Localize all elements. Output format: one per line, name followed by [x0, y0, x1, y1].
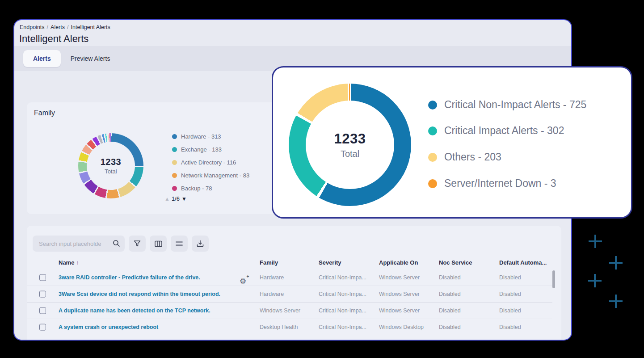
pager-down-icon[interactable]: ▼ [181, 196, 187, 202]
plus-icon [609, 295, 623, 308]
legend-pager: ▲ 1/6 ▼ [164, 195, 187, 202]
legend-item[interactable]: Exchange - 133 [172, 143, 249, 156]
legend-item[interactable]: Critical Non-Impact Alerts - 725 [428, 99, 586, 111]
legend-label: Server/Internet Down - 3 [444, 177, 556, 190]
legend-dot [428, 179, 437, 188]
search-field-wrap [33, 236, 125, 252]
plus-icon [589, 235, 602, 248]
filter-icon [134, 240, 141, 247]
cell-applicable-on: Windows Server [379, 307, 420, 314]
cell-applicable-on: Windows Server [379, 274, 420, 281]
breadcrumb-separator: / [67, 24, 68, 30]
filter-button[interactable] [129, 236, 146, 252]
legend-label: Network Management - 83 [181, 172, 249, 179]
legend-item[interactable]: Hardware - 313 [172, 130, 249, 143]
plus-icon [588, 274, 602, 287]
legend-label: Others - 203 [444, 151, 501, 163]
alert-name-link[interactable]: A duplicate name has been detected on th… [59, 307, 210, 314]
family-donut-center: 1233 Total [87, 142, 135, 190]
cell-noc-service: Disabled [439, 307, 461, 314]
sort-asc-icon: ↑ [76, 260, 79, 266]
column-header-default-automation[interactable]: Default Automa... [499, 259, 547, 266]
row-checkbox[interactable] [39, 291, 46, 298]
legend-item[interactable]: Active Directory - 116 [172, 156, 249, 169]
legend-label: Backup - 78 [181, 185, 212, 192]
cell-severity: Critical Non-Impa... [319, 274, 366, 281]
family-donut-chart[interactable]: 1233 Total [78, 133, 143, 198]
search-icon[interactable] [113, 240, 120, 249]
table-scrollbar[interactable] [552, 270, 555, 288]
tab-preview-alerts[interactable]: Preview Alerts [61, 50, 120, 67]
tab-alerts[interactable]: Alerts [23, 50, 61, 67]
cell-default-automation: Disabled [499, 274, 521, 281]
alert-name-link[interactable]: 3ware RAID controller - Predictive failu… [59, 274, 200, 281]
cell-noc-service: Disabled [439, 291, 461, 297]
plus-icon [609, 256, 623, 270]
family-total-label: Total [105, 168, 117, 175]
legend-dot [172, 147, 177, 152]
legend-label: Critical Non-Impact Alerts - 725 [444, 99, 586, 111]
legend-dot [428, 101, 437, 110]
cell-default-automation: Disabled [499, 291, 521, 297]
legend-dot [428, 126, 437, 135]
legend-dot [172, 186, 177, 191]
column-header-applicable-on[interactable]: Applicable On [379, 259, 418, 266]
table-toolbar [33, 236, 209, 252]
cell-severity: Critical Non-Impa... [319, 291, 366, 297]
cell-noc-service: Disabled [439, 274, 461, 281]
cell-severity: Critical Non-Impa... [319, 307, 366, 314]
alerts-table-card: Name↑ Family Severity Applicable On Noc … [27, 226, 561, 341]
column-header-noc-service[interactable]: Noc Service [439, 259, 472, 266]
cell-family: Hardware [260, 274, 284, 281]
breadcrumb-item[interactable]: Endpoints [20, 24, 45, 30]
columns-button[interactable] [150, 236, 167, 252]
severity-donut-center: 1233 Total [306, 101, 394, 189]
download-button[interactable] [192, 236, 209, 252]
column-header-family[interactable]: Family [260, 259, 278, 266]
row-density-button[interactable] [171, 236, 188, 252]
legend-label: Critical Impact Alerts - 302 [444, 125, 564, 137]
legend-label: Exchange - 133 [181, 146, 222, 153]
columns-icon [155, 240, 162, 247]
legend-item[interactable]: Network Management - 83 [172, 169, 249, 182]
cell-family: Windows Server [260, 307, 300, 314]
cell-severity: Critical Non-Impa... [319, 324, 366, 330]
legend-label: Active Directory - 116 [181, 159, 236, 166]
cell-noc-service: Disabled [439, 324, 461, 330]
pager-up-icon[interactable]: ▲ [164, 196, 170, 202]
table-body: 3ware RAID controller - Predictive failu… [27, 269, 552, 335]
cell-default-automation: Disabled [499, 307, 521, 314]
legend-item[interactable]: Others - 203 [428, 151, 501, 163]
breadcrumb: Endpoints/Alerts/Intelligent Alerts [20, 24, 110, 30]
family-total-value: 1233 [101, 157, 122, 167]
table-row: 3Ware Scsi device did not respond within… [27, 286, 552, 302]
row-checkbox[interactable] [39, 307, 46, 314]
table-row: 3ware RAID controller - Predictive failu… [27, 269, 552, 286]
family-legend: Hardware - 313 Exchange - 133 Active Dir… [172, 130, 249, 195]
alert-name-link[interactable]: A system crash or unexpected reboot [59, 324, 158, 330]
pager-page: 1/6 [172, 195, 180, 202]
legend-dot [172, 134, 177, 139]
cell-default-automation: Disabled [499, 324, 521, 330]
breadcrumb-item: Intelligent Alerts [71, 24, 110, 30]
row-density-icon [176, 241, 183, 246]
row-checkbox[interactable] [39, 324, 46, 331]
table-row: A duplicate name has been detected on th… [27, 302, 552, 319]
gear-plus-icon[interactable]: ⚙+ [240, 277, 246, 286]
legend-item[interactable]: Critical Impact Alerts - 302 [428, 125, 564, 137]
row-checkbox[interactable] [39, 274, 46, 281]
column-header-severity[interactable]: Severity [319, 259, 341, 266]
cell-family: Desktop Health [260, 324, 298, 330]
breadcrumb-item[interactable]: Alerts [51, 24, 65, 30]
legend-dot [172, 173, 177, 178]
alert-name-link[interactable]: 3Ware Scsi device did not respond within… [59, 291, 220, 297]
severity-total-value: 1233 [334, 131, 366, 147]
column-header-name[interactable]: Name↑ [59, 259, 79, 266]
legend-label: Hardware - 313 [181, 133, 221, 140]
legend-item[interactable]: Backup - 78 [172, 182, 249, 195]
severity-donut-chart[interactable]: 1233 Total [289, 84, 411, 206]
breadcrumb-separator: / [47, 24, 48, 30]
search-input[interactable] [33, 236, 125, 252]
legend-item[interactable]: Server/Internet Down - 3 [428, 177, 556, 190]
page-title: Intelligent Alerts [19, 33, 88, 45]
